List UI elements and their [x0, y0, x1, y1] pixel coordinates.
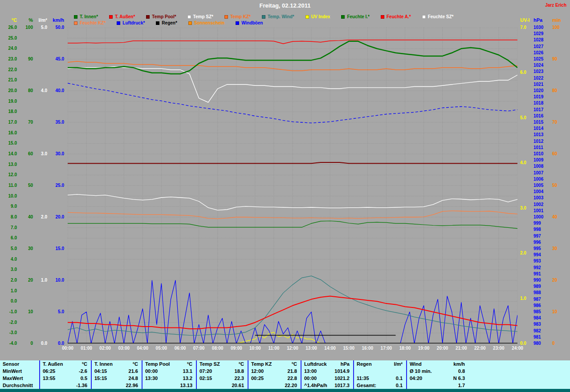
axis-tick: 1005	[533, 183, 551, 188]
axis-tick: 1023	[533, 69, 551, 74]
legend-label: Feuchte I.*	[347, 14, 370, 19]
x-axis-tick: 02:00	[95, 346, 115, 351]
axis-tick: -2.0	[0, 320, 17, 325]
axis-tick: 1028	[533, 38, 551, 42]
axis-tick: 1006	[533, 177, 551, 182]
legend-item: Temp SZ*	[187, 14, 213, 19]
axis-tick: 1022	[533, 76, 551, 81]
stat-cell: Windkm/h	[407, 360, 468, 368]
axis-tick: 995	[533, 247, 551, 251]
series-feuchte-a	[68, 40, 517, 44]
stat-cell: 1.7	[407, 382, 468, 389]
axis-tick: 1010	[533, 152, 551, 156]
legend-row-2: Feuchte KZ*Luftdruck*Regen*SonnenscheinW…	[74, 20, 263, 25]
legend-item: T. Innen*	[74, 14, 98, 19]
axis-tick: 993	[533, 259, 551, 263]
axis-tick: 30.0	[45, 152, 64, 156]
legend-item: UV Index	[305, 14, 330, 19]
axis-tick: 988	[533, 291, 551, 295]
x-axis-tick: 07:00	[189, 346, 209, 351]
axis-tick: 16.0	[0, 131, 17, 135]
stat-cell: 13:001014.9	[301, 368, 353, 375]
axis-tick: 1029	[533, 32, 551, 36]
legend-label: Luftdruck*	[122, 20, 145, 25]
stat-cell: MaxWert	[0, 375, 39, 382]
stats-col-Luftdruck: LuftdruckhPa13:001014.900:001021.2^1.4hP…	[301, 360, 353, 389]
legend-label: Sonnenschein	[194, 20, 224, 25]
axis-tick: 0.0	[45, 341, 64, 346]
axis-tick: 1016	[533, 114, 551, 118]
stats-col-Wind: Windkm/hØ 10 min.0.804:20N 6.31.7	[406, 360, 468, 389]
legend-swatch-icon	[188, 21, 192, 25]
stat-cell: LuftdruckhPa	[301, 360, 353, 368]
axis-tick: 70	[13, 120, 33, 125]
axis-header: hPa	[533, 18, 551, 23]
axis-tick: 90	[552, 57, 570, 61]
axis-tick: 1.0	[0, 289, 17, 293]
axis-tick: 1008	[533, 164, 551, 169]
legend-swatch-icon	[381, 15, 384, 19]
axis-tick: 0	[552, 341, 570, 346]
x-axis-tick: 12:00	[283, 346, 302, 351]
legend-swatch-icon	[422, 15, 426, 19]
axis-tick: 90	[13, 57, 33, 61]
x-axis-tick: 08:00	[208, 346, 228, 351]
x-axis-tick: 21:00	[452, 346, 471, 351]
x-axis-tick: 11:00	[264, 346, 284, 351]
legend-swatch-icon	[305, 15, 309, 19]
axis-tick: 21.0	[0, 78, 17, 82]
stat-cell: 00:001021.2	[301, 375, 353, 382]
axis-tick: 15.0	[0, 141, 17, 145]
stat-cell: 20.61	[197, 382, 248, 389]
axis-tick: 1015	[533, 120, 551, 125]
axis-tick: 1027	[533, 44, 551, 49]
axis-tick: 1013	[533, 133, 551, 137]
axis-tick: 980	[533, 341, 551, 346]
axis-tick: 15.0	[45, 247, 64, 251]
legend-label: Regen*	[162, 20, 177, 25]
axis-tick: 7.0	[0, 226, 17, 230]
axis-tick: 981	[533, 335, 551, 339]
stat-cell: 13:550.5	[40, 375, 91, 382]
x-axis-tick: 04:00	[133, 346, 152, 351]
stat-cell: Sensor	[0, 360, 39, 368]
legend-label: Temp Pool*	[152, 14, 176, 19]
axis-tick: 996	[533, 240, 551, 245]
legend-label: Feuchte SZ*	[428, 14, 454, 19]
weather-app-window: Freitag, 02.12.2011 Jarz Erich T. Innen*…	[0, 0, 570, 392]
legend-row-1: T. Innen*T. Außen*Temp Pool*Temp SZ*Temp…	[74, 14, 453, 19]
legend-item: Temp KZ*	[224, 14, 251, 19]
axis-tick: 1025	[533, 57, 551, 61]
footer-bar	[0, 389, 570, 392]
axis-tick: 6.0	[0, 236, 17, 240]
legend-swatch-icon	[262, 15, 265, 19]
legend-item: Feuchte I.*	[341, 14, 370, 19]
stat-cell	[354, 368, 406, 375]
legend-label: Feuchte A.*	[387, 14, 411, 19]
legend-label: Temp KZ*	[230, 14, 251, 19]
stat-cell: 13.13	[142, 382, 196, 389]
axis-tick: -3.0	[0, 331, 17, 335]
x-axis-tick: 10:00	[245, 346, 265, 351]
axis-tick: 3.0	[0, 267, 17, 272]
stat-cell: 13:3013.2	[142, 375, 196, 382]
axis-tick: 1009	[533, 158, 551, 162]
axis-tick: 30	[552, 247, 570, 251]
stats-col-T. Innen: T. Innen°C04:1521.615:1524.822.96	[91, 360, 142, 389]
stats-col-Temp Pool: Temp Pool°C00:0013.113:3013.213.13	[142, 360, 196, 389]
legend-label: T. Innen*	[80, 14, 98, 19]
x-axis-tick: 23:00	[489, 346, 509, 351]
axis-tick: 45.0	[45, 57, 64, 61]
axis-tick: 80	[552, 89, 570, 93]
x-axis-tick: 14:00	[320, 346, 340, 351]
axis-tick: 1026	[533, 51, 551, 55]
axis-tick: 1030	[533, 25, 551, 30]
legend-label: Feuchte KZ*	[80, 20, 106, 25]
stat-cell: Regenl/m²	[354, 360, 406, 368]
stat-cell: -1.36	[40, 382, 91, 389]
legend-item: Feuchte A.*	[381, 14, 411, 19]
legend-swatch-icon	[187, 15, 191, 19]
axis-tick: 1000	[533, 215, 551, 219]
legend-item: Feuchte KZ*	[74, 20, 106, 25]
x-axis-tick: 24:00	[508, 346, 527, 351]
